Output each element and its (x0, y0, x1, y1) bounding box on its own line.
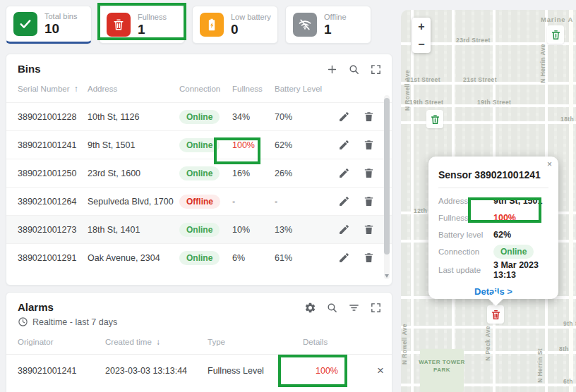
status-badge: Online (179, 138, 220, 152)
popup-row: Last update 3 Mar 2023 13:13 (438, 260, 548, 280)
popup-label: Connection (438, 247, 493, 256)
bins-panel-header: Bins (6, 54, 392, 75)
column-header-details[interactable]: Details (303, 338, 373, 346)
cell-created: 2023-03-03 13:13:44 (105, 366, 208, 376)
bins-title: Bins (18, 63, 41, 75)
cell-address: Oak Avenue, 2304 (88, 253, 179, 263)
popup-value: 3 Mar 2023 13:13 (493, 260, 548, 280)
delete-icon[interactable] (363, 167, 375, 179)
table-row[interactable]: 389021001264 Sepulveda Blvd, 1700 Offlin… (6, 187, 392, 215)
popup-row: Fullness 100% (438, 209, 548, 226)
edit-icon[interactable] (338, 223, 350, 235)
expand-icon[interactable] (369, 63, 382, 75)
bins-column-headers: Serial Number ↑ Address Connection Fulln… (6, 75, 392, 102)
delete-icon[interactable] (363, 252, 375, 264)
status-badge: Offline (179, 195, 220, 209)
column-header-connection[interactable]: Connection (179, 85, 232, 93)
bin-marker-red-icon[interactable] (487, 305, 504, 324)
bin-marker-green-icon[interactable] (426, 110, 443, 128)
delete-icon[interactable] (363, 139, 375, 151)
popup-row: Address 9th St, 1501 (438, 192, 548, 209)
edit-icon[interactable] (338, 252, 350, 264)
alarms-column-headers: Originator Created time ↓ Type Details (6, 330, 392, 354)
zoom-out-button[interactable]: − (412, 35, 431, 53)
popup-title: Sensor 389021001241 (438, 169, 548, 180)
stat-card-fullness[interactable]: Fullness 1 (99, 6, 185, 44)
table-row[interactable]: 389021001250 23rd St, 1600 Online 16% 26… (6, 159, 392, 187)
bin-marker-green-icon[interactable] (547, 25, 564, 44)
map-zoom-control: + − (412, 18, 431, 53)
cell-fullness: 6% (232, 253, 275, 263)
cell-connection: Online (179, 138, 232, 152)
table-row[interactable]: 389021001273 18th St, 1401 Online 10% 13… (6, 215, 392, 243)
cell-serial: 389021001273 (18, 225, 88, 235)
cell-serial: 389021001250 (18, 169, 88, 178)
stat-label: Low battery (231, 13, 271, 21)
cell-serial: 389021001241 (18, 140, 88, 150)
delete-icon[interactable] (363, 195, 375, 207)
trash-icon (107, 13, 131, 37)
column-header-fullness[interactable]: Fullness (232, 85, 275, 93)
edit-icon[interactable] (338, 195, 350, 207)
close-icon[interactable]: × (373, 364, 388, 378)
column-header-serial[interactable]: Serial Number ↑ (18, 84, 88, 94)
sort-desc-icon: ↓ (156, 337, 160, 347)
alarms-panel: Alarms Realtime - last 7 days Originator… (6, 292, 392, 392)
table-row[interactable]: 389021001228 10th St, 1126 Online 34% 70… (6, 102, 392, 130)
alarms-panel-header: Alarms Realtime - last 7 days (6, 293, 392, 327)
column-header-address[interactable]: Address (88, 85, 179, 93)
details-link[interactable]: Details > (438, 286, 548, 297)
cell-address: Sepulveda Blvd, 1700 (88, 197, 179, 207)
delete-icon[interactable] (363, 111, 375, 123)
filter-icon[interactable] (347, 301, 360, 314)
street-label: 9th S (563, 320, 576, 327)
scrollbar-down-icon[interactable] (385, 274, 389, 278)
table-row[interactable]: 389021001241 2023-03-03 13:13:44 Fullnes… (6, 354, 392, 386)
stats-row: Total bins 10 Fullness 1 Low battery 0 O… (6, 6, 392, 44)
street-label: N Herrin Ave (539, 44, 546, 83)
street-label: 21st Street (463, 76, 497, 83)
column-header-originator[interactable]: Originator (18, 338, 105, 346)
cell-fullness: 34% (232, 112, 275, 122)
popup-close-icon[interactable]: × (547, 159, 552, 169)
stat-value: 10 (44, 21, 77, 37)
map[interactable]: Marine A 23rd Street 21st Street 21st St… (401, 10, 576, 392)
column-header-created[interactable]: Created time ↓ (105, 337, 208, 347)
stat-label: Offline (324, 13, 347, 21)
popup-label: Battery level (438, 231, 493, 239)
cell-address: 18th St, 1401 (88, 225, 179, 235)
alarms-subtitle-text: Realtime - last 7 days (32, 317, 117, 327)
stat-card-offline[interactable]: Offline 1 (285, 6, 371, 44)
cell-battery: 26% (275, 169, 338, 178)
delete-icon[interactable] (363, 223, 375, 235)
popup-label: Last update (438, 266, 493, 274)
zoom-in-button[interactable]: + (412, 18, 431, 35)
edit-icon[interactable] (338, 111, 350, 123)
search-icon[interactable] (347, 63, 360, 75)
search-icon[interactable] (325, 301, 338, 314)
column-header-battery[interactable]: Battery Level (275, 85, 338, 93)
stat-card-total-bins[interactable]: Total bins 10 (6, 6, 92, 44)
edit-icon[interactable] (338, 167, 350, 179)
settings-gear-icon[interactable] (304, 301, 316, 314)
status-badge: Online (179, 251, 220, 265)
stat-card-low-battery[interactable]: Low battery 0 (192, 6, 278, 44)
divider (438, 188, 548, 188)
table-row[interactable]: 389021001241 9th St, 1501 Online 100% 62… (6, 130, 392, 159)
status-badge: Online (179, 110, 220, 124)
edit-icon[interactable] (338, 139, 350, 151)
street-label: N Rowell Ave (401, 324, 408, 365)
scrollbar-thumb[interactable] (384, 98, 390, 255)
street-label: 19th Street (477, 99, 511, 106)
stat-value: 1 (138, 22, 167, 37)
table-row[interactable]: 389021001291 Oak Avenue, 2304 Online 6% … (6, 243, 392, 271)
street-label: 18th S (560, 116, 576, 123)
column-header-type[interactable]: Type (208, 338, 303, 346)
popup-value-fullness: 100% (493, 213, 548, 223)
popup-row: Connection Online (438, 243, 548, 260)
cell-details-alert: 100% (303, 366, 373, 376)
add-icon[interactable] (325, 63, 338, 75)
stat-label: Fullness (138, 13, 167, 21)
expand-icon[interactable] (369, 301, 382, 314)
popup-value: 62% (493, 230, 548, 240)
